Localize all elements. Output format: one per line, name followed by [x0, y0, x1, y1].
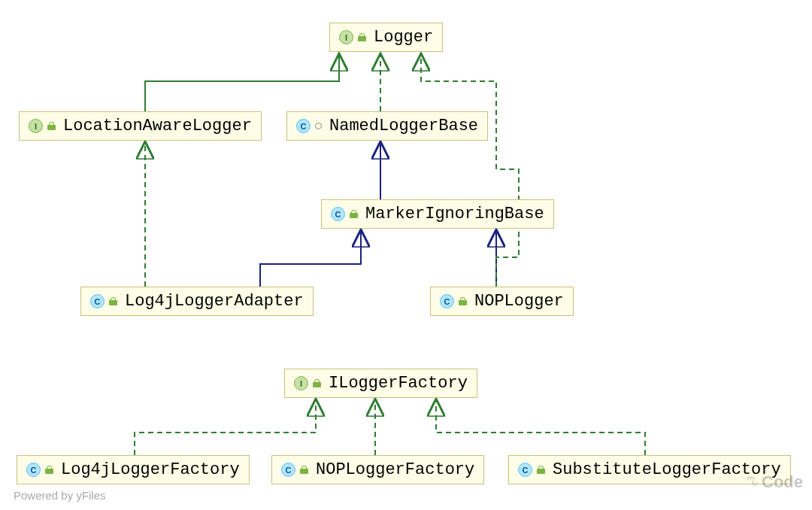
interface-icon: I: [29, 119, 43, 133]
watermark: ಌCode: [745, 472, 803, 492]
lock-icon: [350, 210, 358, 218]
lock-icon: [459, 297, 467, 305]
node-label: Logger: [374, 28, 433, 47]
class-icon: C: [518, 463, 532, 477]
node-logger: I Logger: [329, 23, 443, 52]
node-nop-logger: C NOPLogger: [430, 287, 574, 316]
node-label: LocationAwareLogger: [63, 117, 252, 135]
node-label: ILoggerFactory: [329, 374, 468, 393]
node-log4j-logger-adapter: C Log4jLoggerAdapter: [80, 287, 314, 316]
lock-icon: [45, 466, 53, 474]
node-label: Log4jLoggerFactory: [61, 460, 240, 479]
class-icon: C: [440, 294, 454, 308]
node-label: MarkerIgnoringBase: [365, 205, 544, 223]
node-location-aware-logger: I LocationAwareLogger: [19, 111, 262, 141]
node-nop-logger-factory: C NOPLoggerFactory: [271, 455, 484, 484]
class-icon: C: [281, 463, 295, 477]
diagram-connectors: [0, 0, 812, 510]
class-icon: C: [331, 207, 345, 221]
node-label: NamedLoggerBase: [329, 117, 478, 135]
node-label: Log4jLoggerAdapter: [125, 292, 304, 311]
lock-icon: [313, 379, 321, 387]
node-named-logger-base: C NamedLoggerBase: [286, 111, 488, 141]
interface-icon: I: [339, 30, 353, 44]
lock-icon: [537, 466, 545, 474]
node-label: NOPLogger: [474, 292, 564, 311]
node-marker-ignoring-base: C MarkerIgnoringBase: [321, 199, 554, 229]
node-ilogger-factory: I ILoggerFactory: [284, 369, 477, 398]
lock-icon: [300, 466, 308, 474]
class-icon: C: [26, 463, 41, 477]
class-icon: C: [296, 119, 311, 133]
node-label: NOPLoggerFactory: [316, 460, 474, 479]
interface-icon: I: [294, 376, 308, 390]
lock-icon: [358, 33, 366, 41]
node-log4j-logger-factory: C Log4jLoggerFactory: [17, 455, 250, 484]
lock-icon: [47, 122, 56, 130]
powered-by-label: Powered by yFiles: [14, 489, 106, 502]
class-icon: C: [90, 294, 105, 308]
abstract-icon: [315, 123, 322, 129]
lock-icon: [109, 297, 117, 305]
